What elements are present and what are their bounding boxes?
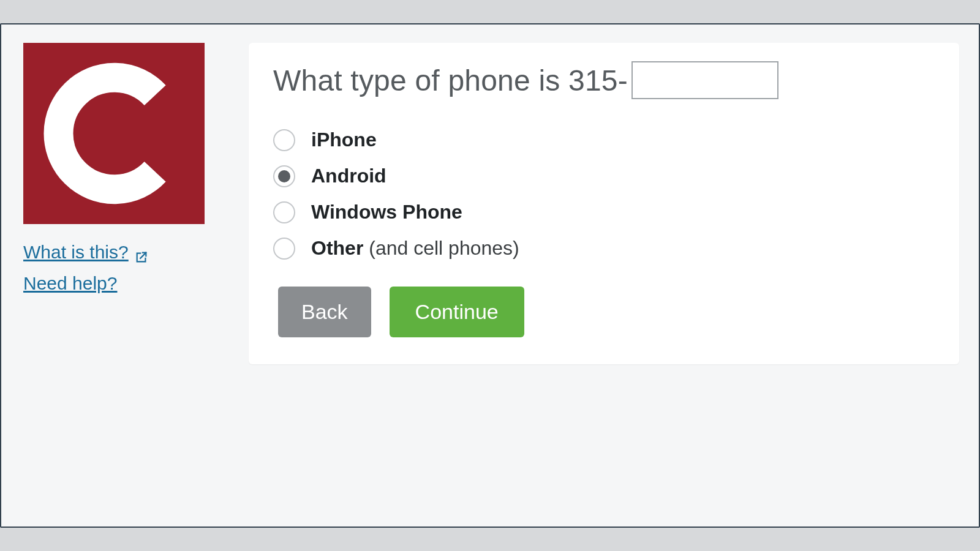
option-windows-phone[interactable]: Windows Phone: [273, 201, 935, 223]
option-subtext: (and cell phones): [363, 237, 519, 259]
button-row: Back Continue: [273, 287, 935, 337]
org-logo: [23, 43, 205, 224]
sidebar-links: What is this? Need help?: [23, 240, 225, 302]
app-frame: What is this? Need help?: [0, 23, 980, 528]
what-is-this-link[interactable]: What is this?: [23, 240, 148, 265]
option-android[interactable]: Android: [273, 165, 935, 187]
need-help-link[interactable]: Need help?: [23, 271, 117, 296]
option-label-android: Android: [311, 165, 386, 187]
option-label-other: Other (and cell phones): [311, 237, 519, 260]
external-link-icon: [135, 246, 148, 259]
option-iphone[interactable]: iPhone: [273, 129, 935, 151]
radio-android[interactable]: [273, 165, 295, 187]
need-help-label: Need help?: [23, 271, 117, 296]
radio-windows-phone[interactable]: [273, 201, 295, 223]
layout: What is this? Need help?: [23, 43, 959, 364]
sidebar: What is this? Need help?: [23, 43, 225, 302]
top-chrome-bar: [0, 0, 980, 23]
option-text: Windows Phone: [311, 201, 462, 223]
option-label-windows-phone: Windows Phone: [311, 201, 462, 223]
what-is-this-label: What is this?: [23, 240, 129, 265]
back-button[interactable]: Back: [278, 287, 371, 337]
radio-other[interactable]: [273, 238, 295, 260]
heading-row: What type of phone is 315-: [273, 61, 935, 99]
option-text: Other: [311, 237, 363, 259]
option-text: Android: [311, 165, 386, 187]
option-label-iphone: iPhone: [311, 129, 377, 151]
continue-button[interactable]: Continue: [390, 287, 524, 337]
phone-type-options: iPhone Android Windows Phone: [273, 129, 935, 260]
option-text: iPhone: [311, 129, 377, 151]
option-other[interactable]: Other (and cell phones): [273, 237, 935, 260]
page-heading: What type of phone is 315-: [273, 64, 628, 97]
phone-type-card: What type of phone is 315- iPhone Androi…: [249, 43, 959, 364]
bottom-chrome-bar: [0, 528, 980, 551]
main-content: What type of phone is 315- iPhone Androi…: [249, 43, 959, 364]
radio-iphone[interactable]: [273, 129, 295, 151]
phone-suffix-input[interactable]: [631, 61, 778, 99]
